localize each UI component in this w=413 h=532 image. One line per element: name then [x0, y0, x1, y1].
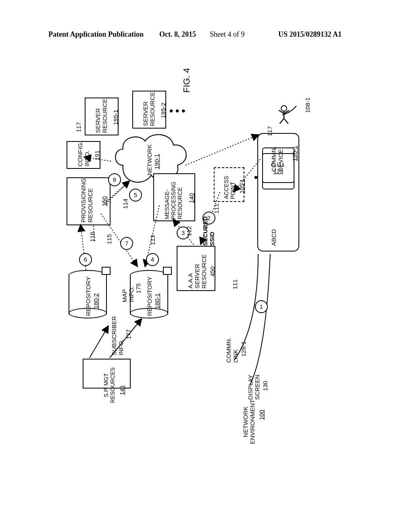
svg-line-10: [186, 135, 258, 165]
sp-mgt-resources-box: S.P. MGT RESOURCES 145: [83, 359, 131, 389]
repo2-label: REPOSITORY: [85, 276, 92, 316]
seg-111b: 111: [213, 204, 220, 214]
seg-117b: 117: [266, 126, 273, 136]
network-env-num: 100: [258, 410, 265, 420]
aaa-num: 450: [209, 266, 216, 276]
secured-ssid-label: SECURED SSID: [202, 216, 215, 246]
header-date: Oct. 8, 2015: [159, 30, 196, 39]
step-1: 1: [255, 300, 268, 313]
seg-116: 116: [89, 232, 96, 242]
subscriber-info-label: SUBSCRIBER INFO.: [111, 316, 124, 355]
figure-stage: S.P. MGT RESOURCES 145 REPOSITORY 180-2 …: [0, 52, 413, 532]
seg-113: 113: [149, 235, 156, 245]
sp-mgt-label: S.P. MGT RESOURCES: [103, 367, 116, 403]
map-info-label: MAP INFO.: [121, 286, 135, 302]
commn-link-num: 128-1: [240, 341, 247, 357]
subscriber-info-num: 177: [125, 329, 132, 339]
seg-112: 112: [186, 226, 192, 236]
repo1-num: 180-1: [154, 293, 161, 309]
header-sheet: Sheet 4 of 9: [210, 30, 244, 39]
msgproc-label: MESSAGE- PROCESSING RESOURCE: [164, 182, 183, 219]
step-6: 6: [79, 253, 92, 266]
header-pub: US 2015/0289132 A1: [278, 30, 342, 39]
seg-114: 114: [122, 199, 129, 209]
config-label: CONFIG. INFO.: [77, 141, 90, 167]
commn-link-label: COMMN. LINK: [225, 338, 239, 363]
svg-point-13: [281, 106, 287, 111]
prov-num: 150: [101, 196, 108, 206]
commn-device-label: COMMN. DEVICE: [270, 147, 284, 172]
sp-mgt-num: 145: [119, 386, 125, 395]
map-info-num: 175: [135, 283, 142, 293]
step-7: 7: [120, 237, 133, 250]
srv2-label: SERVER RESOURCE: [142, 92, 156, 126]
step-8: 8: [108, 173, 121, 186]
seg-111a: 111: [232, 279, 238, 289]
repo2-num: 180-2: [92, 293, 99, 309]
srv2-num: 195-2: [160, 103, 167, 118]
repo1-label: REPOSITORY: [146, 276, 153, 316]
user-icon: [277, 105, 290, 126]
network-num: 190-1: [153, 154, 160, 169]
ap-num: 105-1: [239, 179, 245, 193]
aaa-label: A.A.A SERVER RESOURCE: [187, 254, 207, 289]
page-header: Patent Application Publication Oct. 8, 2…: [0, 30, 413, 42]
seg-115: 115: [106, 234, 113, 244]
step-4: 4: [146, 253, 159, 266]
prov-label: PROVISIONING RESOURCE: [80, 178, 94, 222]
srv1-label: SERVER RESOURCE: [94, 99, 108, 133]
seg-117a: 117: [75, 122, 82, 132]
abcd-label: ABCD: [270, 229, 277, 246]
display-screen-num: 130: [262, 381, 269, 391]
header-left: Patent Application Publication: [48, 30, 144, 39]
msgproc-num: 140: [188, 193, 195, 203]
step-5: 5: [129, 189, 142, 202]
display-screen-label: DISPLAY SCREEN: [247, 374, 261, 400]
ap-label: ACCESS POINT: [223, 176, 236, 199]
figure-caption: FIG. 4: [181, 68, 192, 93]
svg-line-0: [90, 326, 108, 358]
srv1-num: 195-1: [112, 110, 119, 125]
network-env-label: NETWORK ENVIRONMENT: [242, 399, 256, 444]
config-num: 191: [94, 150, 100, 160]
server-ellipsis: •••: [169, 105, 188, 117]
commn-device-num: 120-1: [291, 146, 298, 161]
network-label: NETWORK: [146, 144, 153, 175]
user-num: 108-1: [304, 98, 311, 113]
